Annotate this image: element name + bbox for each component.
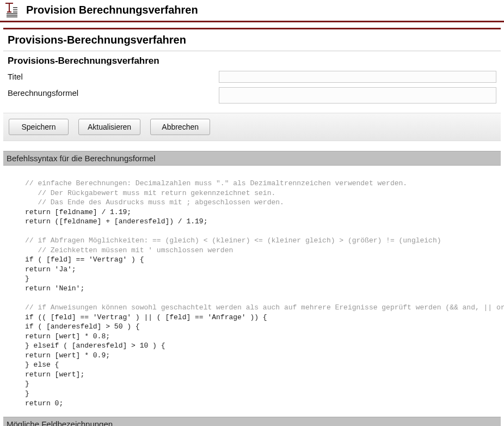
formel-textarea[interactable] bbox=[219, 87, 496, 104]
code-line: return 'Ja'; bbox=[25, 265, 76, 273]
app-logo-icon bbox=[3, 2, 19, 17]
code-line: return [wert] * 0.8; bbox=[25, 332, 110, 340]
page-title: Provision Berechnungsverfahren bbox=[26, 4, 198, 16]
comment-line: // Das Ende des Ausdrucks muss mit ; abg… bbox=[25, 198, 284, 206]
code-line: if ( [anderesfeld] > 50 ) { bbox=[25, 322, 140, 331]
code-line: return [wert] * 0.9; bbox=[25, 351, 110, 360]
code-line: return ([feldname] + [anderesfeld]) / 1.… bbox=[25, 217, 207, 226]
code-line: } else { bbox=[25, 361, 59, 369]
titel-label: Titel bbox=[8, 71, 219, 81]
code-line: } bbox=[25, 275, 29, 283]
syntax-block: // einfache Berechnungen: Decimalzahlen … bbox=[3, 166, 501, 417]
code-line: } elseif ( [anderesfeld] > 10 ) { bbox=[25, 342, 165, 350]
syntax-header: Befehlssyntax für die Berechnungsformel bbox=[3, 151, 501, 166]
refresh-button[interactable]: Aktualisieren bbox=[78, 119, 140, 135]
main-panel: Provisions-Berechnungsverfahren Provisio… bbox=[3, 28, 501, 426]
comment-line: // if Abfragen Möglichkeiten: == (gleich… bbox=[25, 236, 441, 245]
button-bar: Speichern Aktualisieren Abbrechen bbox=[3, 113, 501, 141]
formel-label: Berechnungsformel bbox=[8, 87, 219, 98]
comment-line: // Zeichketten müssen mit ' umschlossen … bbox=[25, 246, 233, 254]
form-row-titel: Titel bbox=[3, 69, 501, 85]
code-line: return [feldname] / 1.19; bbox=[25, 208, 131, 216]
fields-header: Mögliche Feldbezeichnungen bbox=[3, 417, 501, 426]
topbar: Provision Berechnungsverfahren bbox=[0, 0, 504, 22]
section-header: Provisions-Berechnungsverfahren bbox=[3, 51, 501, 69]
code-line: } bbox=[25, 390, 29, 398]
code-line: } bbox=[25, 380, 29, 388]
code-line: if (( [feld] == 'Vertrag' ) || ( [feld] … bbox=[25, 313, 267, 321]
code-line: return 'Nein'; bbox=[25, 284, 84, 293]
code-line: return [wert]; bbox=[25, 370, 84, 379]
form-row-formel: Berechnungsformel bbox=[3, 85, 501, 107]
cancel-button[interactable]: Abbrechen bbox=[150, 119, 210, 135]
panel-header: Provisions-Berechnungsverfahren bbox=[3, 28, 501, 51]
save-button[interactable]: Speichern bbox=[9, 119, 69, 135]
code-line: if ( [feld] == 'Vertrag' ) { bbox=[25, 255, 144, 264]
comment-line: // Der Rückgabewert muss mit return geke… bbox=[25, 189, 275, 197]
comment-line: // if Anweisungen können sowohl geschach… bbox=[25, 303, 504, 312]
comment-line: // einfache Berechnungen: Decimalzahlen … bbox=[25, 179, 407, 187]
code-line: return 0; bbox=[25, 399, 63, 407]
titel-input[interactable] bbox=[219, 71, 496, 83]
